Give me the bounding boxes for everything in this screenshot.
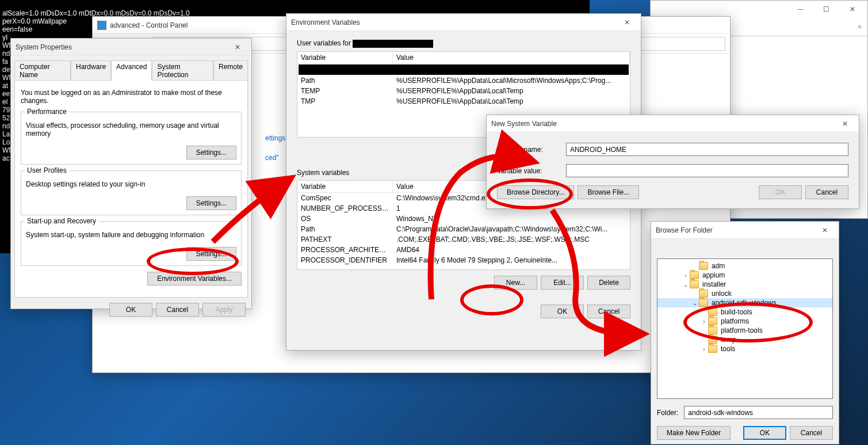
tree-item-label: temp [721,336,736,344]
variable-name-label: Variable name: [497,146,566,154]
apply-button[interactable]: Apply [202,303,246,317]
tab-strip: Computer NameHardwareAdvancedSystem Prot… [11,56,251,81]
close-icon[interactable]: ✕ [614,14,640,31]
tree-item[interactable]: temp [657,335,832,344]
folder-icon [708,345,717,353]
folder-icon [699,262,708,270]
browse-file-button[interactable]: Browse File... [578,185,639,199]
cancel-button[interactable]: Cancel [805,185,848,199]
dialog-title: Environment Variables [291,18,614,26]
cancel-button[interactable]: Cancel [790,426,833,440]
tree-item[interactable]: build-tools [657,307,832,317]
startup-group: Start-up and Recovery System start-up, s… [21,221,242,266]
cancel-button[interactable]: Cancel [587,305,630,318]
folder-icon [708,317,717,325]
close-icon[interactable]: ✕ [812,222,838,238]
tree-item-label: unlock [712,290,732,298]
system-properties-dialog: System Properties ✕ Computer NameHardwar… [10,38,252,309]
startup-settings-button[interactable]: Settings... [186,247,236,261]
table-row[interactable]: PathC:\ProgramData\Oracle\Java\javapath;… [297,224,630,234]
chevron-icon[interactable]: ⌄ [682,282,690,288]
group-desc: Desktop settings related to your sign-in [26,180,236,188]
variable-value-label: Variable value: [497,167,566,175]
tab-system-protection[interactable]: System Protection [152,60,213,81]
column-header-variable[interactable]: Variable [297,52,393,63]
new-system-variable-dialog: New System Variable ✕ Variable name: Var… [486,115,859,209]
table-row[interactable]: PATHEXT.COM;.EXE;.BAT;.CMD;.VBS;.VBE;.JS… [297,234,630,245]
ok-button[interactable]: OK [759,185,802,199]
dialog-title: System Properties [16,43,224,51]
group-desc: System start-up, system failure and debu… [26,231,236,239]
tree-item-label: installer [702,280,726,288]
user-profiles-settings-button[interactable]: Settings... [186,196,236,210]
table-row[interactable]: PROCESSOR_ARCHITECTUREAMD64 [297,245,630,255]
close-icon[interactable]: × [858,23,862,31]
group-legend: Performance [25,108,69,116]
folder-icon [690,280,699,288]
folder-input[interactable] [684,406,833,419]
browse-for-folder-dialog: Browse For Folder ✕ adm›appium⌄installer… [651,221,839,444]
tree-item[interactable]: ›appium [657,271,832,280]
ok-button[interactable]: OK [109,303,152,317]
cancel-button[interactable]: Cancel [156,303,199,317]
variable-name-input[interactable] [566,143,848,156]
system-new-button[interactable]: New... [494,276,537,290]
table-row[interactable]: TMP%USERPROFILE%\AppData\Local\Temp [297,96,630,107]
tree-item-label: appium [702,271,725,279]
chevron-icon[interactable]: › [700,346,708,352]
tree-item[interactable]: platform-tools [657,326,832,335]
user-variables-label: User variables for [297,39,630,48]
browse-directory-button[interactable]: Browse Directory... [497,185,574,199]
tree-item-label: platforms [721,317,749,325]
tab-computer-name[interactable]: Computer Name [14,60,71,81]
tree-item[interactable]: ›tools [657,344,832,353]
table-row[interactable]: TEMP%USERPROFILE%\AppData\Local\Temp [297,86,630,96]
minimize-button[interactable]: ─ [787,1,813,17]
chevron-icon[interactable]: › [682,272,690,279]
folder-icon [699,299,708,307]
column-header-value[interactable]: Value [393,52,630,63]
tree-item[interactable]: unlock [657,289,832,298]
folder-tree[interactable]: adm›appium⌄installerunlock⌄android-sdk-w… [657,258,833,399]
close-icon[interactable]: ✕ [224,39,250,55]
tree-item-label: adm [712,262,725,270]
folder-icon [690,271,699,279]
maximize-button[interactable]: ☐ [813,1,839,17]
column-header-variable[interactable]: Variable [297,181,393,192]
group-desc: Visual effects, processor scheduling, me… [26,121,236,138]
table-row-redacted[interactable] [299,64,629,75]
variable-value-input[interactable] [566,164,848,177]
tab-remote[interactable]: Remote [213,60,248,81]
system-edit-button[interactable]: Edit... [541,276,584,290]
tree-item[interactable]: ›platforms [657,317,832,326]
group-legend: Start-up and Recovery [25,217,98,225]
system-delete-button[interactable]: Delete [587,276,630,290]
tree-item[interactable]: adm [657,261,832,271]
folder-icon [699,290,708,298]
dialog-title: Browse For Folder [656,226,812,234]
performance-settings-button[interactable]: Settings... [186,146,236,159]
table-row[interactable]: PROCESSOR_IDENTIFIERIntel64 Family 6 Mod… [297,255,630,265]
tree-item-label: platform-tools [721,326,763,334]
chevron-icon[interactable]: ⌄ [691,300,699,306]
tree-item-label: tools [721,345,735,353]
folder-label: Folder: [657,409,678,417]
close-icon[interactable]: ✕ [832,116,858,132]
chevron-icon[interactable]: › [700,318,708,325]
tree-item[interactable]: ⌄android-sdk-windows [657,298,832,307]
table-row[interactable]: OSWindows_NT [297,214,630,224]
group-legend: User Profiles [25,166,69,174]
close-button[interactable]: ✕ [839,1,865,17]
tab-advanced[interactable]: Advanced [111,60,152,81]
tree-item[interactable]: ⌄installer [657,280,832,289]
folder-icon [708,336,717,344]
tab-hardware[interactable]: Hardware [71,60,111,81]
make-new-folder-button[interactable]: Make New Folder [657,426,731,440]
tree-item-label: android-sdk-windows [712,299,777,307]
environment-variables-button[interactable]: Environment Variables... [147,272,242,286]
ok-button[interactable]: OK [541,305,584,318]
ok-button[interactable]: OK [743,426,786,440]
redacted-username [353,40,433,48]
dialog-title: New System Variable [491,120,832,128]
table-row[interactable]: Path%USERPROFILE%\AppData\Local\Microsof… [297,75,630,86]
